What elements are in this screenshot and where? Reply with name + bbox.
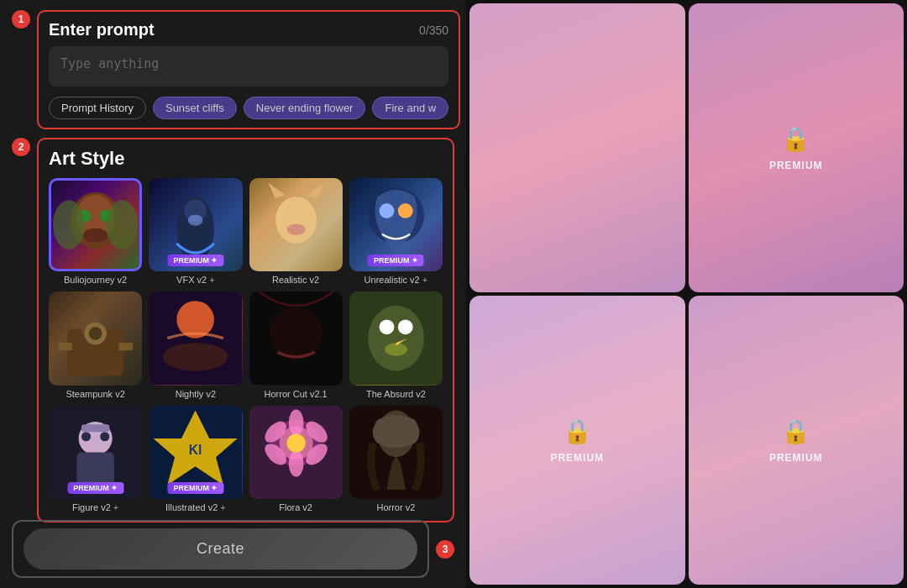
art-item-figure[interactable]: PREMIUM ✦ Figure v2 + — [49, 406, 142, 512]
prompt-input[interactable] — [49, 46, 448, 87]
steampunk-art — [49, 291, 142, 385]
art-label-nightly: Nightly v2 — [176, 389, 216, 399]
svg-point-10 — [275, 197, 317, 244]
svg-point-42 — [100, 432, 109, 441]
svg-point-53 — [288, 450, 303, 476]
art-item-absurd[interactable]: The Absurd v2 — [349, 291, 443, 398]
art-thumb-illustrated: KI PREMIUM ✦ — [149, 406, 242, 499]
horror2-art — [349, 406, 443, 499]
premium-label-3: PREMIUM — [550, 452, 604, 464]
svg-point-13 — [286, 224, 305, 235]
create-row: Create 3 — [12, 520, 454, 578]
art-thumb-vfx: PREMIUM ✦ — [149, 178, 242, 271]
preview-card-2: 🔒 PREMIUM — [689, 3, 904, 292]
art-item-unrealistic[interactable]: PREMIUM ✦ Unrealistic v2 + — [349, 178, 443, 285]
right-panel: 🔒 PREMIUM 🔒 PREMIUM 🔒 PREMIUM — [466, 0, 907, 588]
art-thumb-nightly — [149, 291, 242, 385]
step-2-indicator: 2 — [12, 138, 30, 156]
svg-point-6 — [106, 200, 138, 249]
art-thumb-realistic — [249, 178, 343, 271]
svg-point-56 — [286, 433, 305, 452]
prompt-section: Enter prompt 0/350 Prompt History Sunset… — [37, 10, 460, 129]
preview-card-4: 🔒 PREMIUM — [689, 296, 904, 585]
art-item-horror2[interactable]: Horror v2 — [349, 406, 443, 512]
art-thumb-steampunk — [49, 291, 142, 385]
art-style-section: Art Style — [37, 138, 454, 522]
art-label-horror2: Horror v2 — [376, 502, 415, 512]
flora-art — [249, 406, 343, 499]
absurd-art — [349, 291, 443, 385]
prompt-title: Enter prompt — [49, 20, 155, 39]
vfx-premium-badge: PREMIUM ✦ — [167, 255, 223, 266]
svg-point-41 — [81, 432, 91, 441]
svg-point-34 — [379, 320, 394, 335]
svg-rect-43 — [81, 424, 109, 432]
art-thumb-absurd — [349, 291, 443, 385]
art-thumb-figure: PREMIUM ✦ — [49, 406, 142, 499]
figure-premium-badge: PREMIUM ✦ — [67, 482, 123, 494]
lock-icon-2: 🔒 — [781, 125, 810, 153]
art-item-steampunk[interactable]: Steampunk v2 — [49, 291, 142, 398]
svg-point-22 — [89, 328, 102, 341]
art-item-vfx[interactable]: PREMIUM ✦ VFX v2 + — [149, 178, 242, 285]
pill-fire[interactable]: Fire and w — [372, 97, 448, 119]
art-item-realistic[interactable]: Realistic v2 — [249, 178, 343, 285]
illustrated-premium-badge: PREMIUM ✦ — [167, 482, 223, 494]
lock-icon-4: 🔒 — [781, 417, 810, 445]
prompt-section-row: 1 Enter prompt 0/350 Prompt History Suns… — [12, 10, 454, 129]
prompt-pills: Prompt History Sunset cliffs Never endin… — [49, 97, 448, 119]
step-1-indicator: 1 — [12, 10, 30, 29]
art-thumb-buliojourney — [49, 178, 142, 271]
svg-point-50 — [288, 409, 303, 435]
step-3-indicator: 3 — [436, 540, 454, 559]
buliojourney-art — [51, 181, 139, 269]
pill-sunset[interactable]: Sunset cliffs — [153, 97, 237, 119]
svg-point-17 — [379, 203, 394, 218]
svg-marker-14 — [268, 183, 285, 199]
art-style-grid: Buliojourney v2 PREMIUM ✦ VFX v2 + — [49, 178, 443, 512]
art-style-section-row: 2 Art Style — [12, 138, 454, 512]
art-label-buliojourney: Buliojourney v2 — [64, 275, 127, 285]
art-thumb-unrealistic: PREMIUM ✦ — [349, 178, 443, 271]
premium-label-4: PREMIUM — [769, 452, 823, 464]
art-thumb-horror2 — [349, 406, 443, 499]
art-item-nightly[interactable]: Nightly v2 — [149, 291, 242, 398]
art-label-vfx: VFX v2 + — [176, 275, 215, 285]
create-button[interactable]: Create — [24, 528, 417, 570]
realistic-art — [249, 178, 343, 271]
svg-point-18 — [398, 203, 413, 218]
horror-cut-art — [249, 291, 343, 385]
art-item-illustrated[interactable]: KI PREMIUM ✦ Illustrated v2 + — [149, 406, 242, 512]
art-label-realistic: Realistic v2 — [272, 275, 319, 285]
preview-card-3: 🔒 PREMIUM — [469, 296, 685, 585]
art-label-figure: Figure v2 + — [72, 502, 118, 512]
svg-rect-23 — [58, 343, 72, 350]
svg-point-4 — [83, 228, 107, 243]
nightly-art — [149, 291, 242, 385]
prompt-header: Enter prompt 0/350 — [49, 20, 448, 39]
art-label-absurd: The Absurd v2 — [366, 389, 426, 399]
svg-text:KI: KI — [189, 442, 202, 456]
art-label-unrealistic: Unrealistic v2 + — [364, 275, 428, 285]
art-thumb-flora — [249, 406, 343, 499]
lock-icon-3: 🔒 — [563, 417, 592, 445]
art-style-title: Art Style — [49, 148, 443, 170]
art-thumb-horror-cut — [249, 291, 343, 385]
art-item-buliojourney[interactable]: Buliojourney v2 — [49, 178, 142, 285]
art-label-illustrated: Illustrated v2 + — [165, 502, 226, 512]
svg-point-5 — [53, 200, 85, 249]
left-panel: 1 Enter prompt 0/350 Prompt History Suns… — [0, 0, 466, 588]
art-item-flora[interactable]: Flora v2 — [249, 406, 343, 512]
art-item-horror-cut[interactable]: Horror Cut v2.1 — [249, 291, 343, 398]
prompt-counter: 0/350 — [419, 24, 448, 37]
svg-rect-24 — [118, 343, 133, 350]
svg-marker-15 — [307, 183, 323, 199]
svg-point-35 — [398, 320, 413, 335]
premium-label-2: PREMIUM — [769, 160, 823, 171]
preview-card-1 — [469, 3, 685, 292]
art-label-flora: Flora v2 — [279, 502, 312, 512]
prompt-history-button[interactable]: Prompt History — [49, 97, 146, 119]
pill-flower[interactable]: Never ending flower — [244, 97, 366, 119]
svg-point-27 — [163, 343, 228, 370]
unrealistic-premium-badge: PREMIUM ✦ — [368, 255, 424, 266]
